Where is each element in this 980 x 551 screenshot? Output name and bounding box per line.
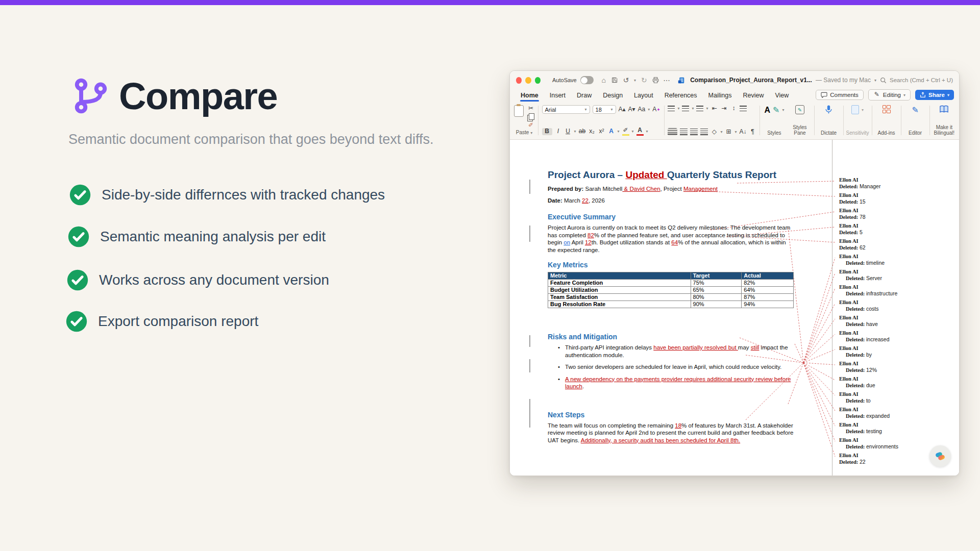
font-name-select[interactable]: Arial ▾	[542, 105, 590, 114]
strikethrough-button[interactable]: ab	[579, 128, 586, 135]
revision-deleted-text: timeline	[866, 260, 885, 266]
undo-chevron-icon[interactable]: ▾	[634, 78, 636, 83]
revision-deleted-text: costs	[866, 306, 879, 312]
tab-layout[interactable]: Layout	[628, 90, 659, 102]
sensitivity-button[interactable]: ▾ Sensitivity	[845, 104, 870, 137]
paste-button[interactable]	[514, 105, 524, 117]
tab-draw[interactable]: Draw	[571, 90, 597, 102]
text-segment: 12	[585, 239, 592, 245]
tab-design[interactable]: Design	[597, 90, 628, 102]
revision-entry[interactable]: Ellon AIDeleted: infrastructure	[839, 284, 955, 299]
revision-entry[interactable]: Ellon AIDeleted: 12%	[839, 361, 955, 376]
tab-review[interactable]: Review	[737, 90, 769, 102]
document-page[interactable]: Project Aurora – Updated Quarterly Statu…	[548, 164, 794, 444]
tab-mailings[interactable]: Mailings	[703, 90, 738, 102]
save-icon[interactable]	[611, 77, 618, 84]
revision-action: Deleted: 62	[839, 244, 955, 251]
revision-entry[interactable]: Ellon AIDeleted: 62	[839, 238, 955, 254]
revision-entry[interactable]: Ellon AIDeleted: due	[839, 376, 955, 391]
revision-entry[interactable]: Ellon AIDeleted: have	[839, 315, 955, 330]
table-cell: 87%	[742, 294, 794, 301]
revision-entry[interactable]: Ellon AIDeleted: to	[839, 391, 955, 407]
comments-button[interactable]: Comments	[816, 90, 864, 100]
revision-deleted-text: 5	[860, 229, 863, 235]
revision-entry[interactable]: Ellon AIDeleted: Server	[839, 269, 955, 284]
close-window-button[interactable]	[516, 77, 522, 84]
redo-icon[interactable]: ↻	[640, 77, 648, 84]
grow-font-icon[interactable]: A▴	[619, 106, 626, 113]
print-icon[interactable]	[652, 77, 659, 84]
tab-insert[interactable]: Insert	[544, 90, 571, 102]
saved-status-chevron-icon[interactable]: ▾	[874, 78, 876, 83]
next-steps-heading: Next Steps	[548, 411, 794, 419]
styles-pane-button[interactable]: ✎ Styles Pane	[787, 104, 813, 137]
revision-entry[interactable]: Ellon AIDeleted: timeline	[839, 254, 955, 269]
tab-view[interactable]: View	[769, 90, 794, 102]
text-effects-icon[interactable]: A	[608, 128, 615, 135]
align-center-button[interactable]	[680, 129, 688, 135]
text-segment: , 2026	[589, 197, 605, 204]
home-icon[interactable]: ⌂	[599, 77, 608, 84]
document-title[interactable]: Comparison_Project_Aurora_Report_v1...	[690, 77, 812, 84]
zoom-window-button[interactable]	[535, 77, 541, 84]
revision-entry[interactable]: Ellon AIDeleted: 5	[839, 223, 955, 238]
pilcrow-icon[interactable]: ¶	[749, 129, 756, 136]
addins-button[interactable]: Add-ins	[874, 104, 899, 137]
copy-icon[interactable]	[529, 113, 534, 120]
sort-icon[interactable]: A↓	[739, 129, 746, 136]
revision-entry[interactable]: Ellon AIDeleted: 15	[839, 192, 955, 208]
indent-icon[interactable]: ⇥	[720, 105, 727, 112]
bold-button[interactable]: B	[542, 128, 552, 135]
table-row: Team Satisfaction80%87%	[548, 294, 794, 301]
cut-icon[interactable]: ✂	[527, 105, 534, 112]
revision-entry[interactable]: Ellon AIDeleted: by	[839, 345, 955, 361]
copilot-button[interactable]	[929, 445, 951, 467]
search-box[interactable]: Search (Cmd + Ctrl + U)	[880, 77, 953, 84]
styles-pane-icon: ✎	[795, 105, 804, 114]
text-segment: March	[564, 197, 582, 204]
revision-entry[interactable]: Ellon AIDeleted: expanded	[839, 407, 955, 422]
align-right-button[interactable]	[690, 129, 698, 135]
bullet-list-icon[interactable]	[668, 106, 675, 111]
bilingual-label: Make it Bilingual!	[934, 124, 955, 136]
revision-entry[interactable]: Ellon AIDeleted: 78	[839, 208, 955, 223]
multilevel-list-icon[interactable]	[696, 106, 703, 111]
revision-entry[interactable]: Ellon AIDeleted: testing	[839, 422, 955, 437]
tab-home[interactable]: Home	[515, 90, 544, 102]
bullet-marker-icon: •	[558, 363, 560, 371]
change-case-chevron-icon: ▾	[648, 107, 650, 112]
format-painter-icon[interactable]: ✐	[527, 122, 534, 129]
tab-references[interactable]: References	[659, 90, 703, 102]
font-size-select[interactable]: 18 ▾	[593, 105, 616, 114]
text-segment: Third-party API integration delays	[565, 344, 653, 350]
align-left-button[interactable]	[668, 128, 677, 136]
minimize-window-button[interactable]	[525, 77, 531, 84]
revision-entry[interactable]: Ellon AIDeleted: increased	[839, 330, 955, 345]
outdent-icon[interactable]: ⇤	[710, 105, 718, 112]
shading-icon[interactable]: ◇	[710, 129, 718, 136]
more-toolbar-icon[interactable]: ⋯	[663, 77, 671, 84]
clear-formatting-icon[interactable]: A✦	[652, 106, 660, 113]
undo-icon[interactable]: ↺	[622, 77, 630, 84]
autosave-toggle[interactable]	[580, 76, 594, 84]
subscript-button[interactable]: x₂	[589, 128, 596, 135]
line-spacing-icon[interactable]: ↕	[730, 105, 737, 112]
superscript-button[interactable]: x²	[598, 128, 605, 135]
editor-button[interactable]: ✎ Editor	[902, 104, 928, 137]
highlight-color-icon[interactable]: ✐	[622, 127, 629, 136]
shrink-font-icon[interactable]: A▾	[628, 106, 635, 113]
revision-entry[interactable]: Ellon AIDeleted: costs	[839, 299, 955, 315]
numbered-list-icon[interactable]	[682, 106, 689, 111]
dictate-button[interactable]: Dictate	[816, 104, 842, 137]
styles-button[interactable]: A✎▾ Styles	[762, 104, 787, 137]
italic-button[interactable]: I	[555, 128, 562, 135]
underline-button[interactable]: U	[565, 128, 572, 135]
bilingual-button[interactable]: Make it Bilingual!	[932, 104, 957, 137]
change-case-icon[interactable]: Aa	[638, 106, 646, 113]
justify-button[interactable]	[700, 129, 708, 135]
revision-entry[interactable]: Ellon AIDeleted: Manager	[839, 177, 955, 192]
editing-mode-button[interactable]: ✎ Editing ▾	[868, 89, 911, 101]
font-color-icon[interactable]: A	[636, 127, 644, 136]
share-button[interactable]: Share ▾	[915, 90, 954, 100]
borders-icon[interactable]: ⊞	[725, 129, 732, 136]
